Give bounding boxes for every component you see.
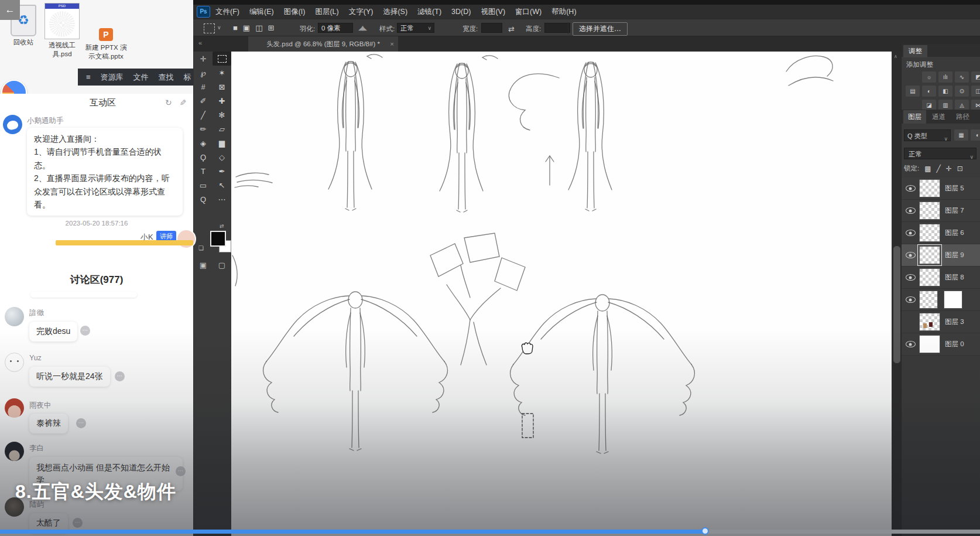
canvas-scrollbar[interactable]: ∧ xyxy=(892,52,901,536)
layer-row[interactable]: 图层 6 xyxy=(902,222,980,244)
photo-filter-icon[interactable]: ⊙ xyxy=(955,86,969,97)
color-balance-icon[interactable]: ◐ xyxy=(922,86,936,97)
slice-tool[interactable]: ⊠ xyxy=(213,80,231,94)
clone-stamp-tool[interactable]: ✻ xyxy=(213,108,231,122)
menu-window[interactable]: 窗口(W) xyxy=(515,7,542,17)
screen-mode-icon[interactable]: ▢ xyxy=(218,261,225,269)
swap-colors-icon[interactable]: ⇄ xyxy=(220,223,224,229)
menu-item-file[interactable]: 文件 xyxy=(133,72,149,83)
visibility-toggle[interactable] xyxy=(902,185,919,192)
pen-tool[interactable]: ✒ xyxy=(213,164,231,178)
visibility-toggle[interactable] xyxy=(902,274,919,281)
vibrance-icon[interactable]: ▤ xyxy=(906,86,920,97)
select-and-mask-button[interactable]: 选择并遮住… xyxy=(573,22,628,36)
quick-mask-icon[interactable]: ▣ xyxy=(200,261,207,269)
menu-item-find[interactable]: 查找 xyxy=(159,72,174,83)
tab-channels[interactable]: 通道 xyxy=(927,110,950,124)
ps-canvas[interactable] xyxy=(231,52,892,536)
menu-item-library[interactable]: 资源库 xyxy=(101,72,124,83)
height-input[interactable] xyxy=(544,23,570,33)
rect-marquee-tool[interactable] xyxy=(213,52,231,66)
layer-row[interactable]: 图层 0 xyxy=(902,333,980,356)
exposure-icon[interactable]: ◩ xyxy=(971,71,980,83)
eraser-tool[interactable]: ▱ xyxy=(213,122,231,136)
healing-brush-tool[interactable]: ✚ xyxy=(213,94,231,108)
black-white-icon[interactable]: ◧ xyxy=(938,86,952,97)
curves-icon[interactable]: ∿ xyxy=(955,71,969,83)
dodge-tool[interactable]: Ϙ xyxy=(194,150,213,164)
blur-tool[interactable]: ◇ xyxy=(213,150,231,164)
tool-preset-icon[interactable] xyxy=(204,23,215,33)
visibility-toggle[interactable] xyxy=(902,252,919,258)
foreground-color-swatch[interactable] xyxy=(210,231,226,247)
tab-adjustments[interactable]: 调整 xyxy=(903,45,927,57)
menu-image[interactable]: 图像(I) xyxy=(284,7,306,17)
scrollbar-thumb[interactable] xyxy=(893,246,900,363)
menu-filter[interactable]: 滤镜(T) xyxy=(417,7,441,17)
menu-view[interactable]: 视图(V) xyxy=(481,7,505,17)
layer-row-with-mask[interactable] xyxy=(902,289,980,311)
gradient-tool[interactable]: ▆ xyxy=(213,136,231,150)
collapse-tabs-icon[interactable]: « xyxy=(198,39,202,46)
brush-tool[interactable]: ╱ xyxy=(194,108,213,122)
layer-filter-kind-dropdown[interactable]: Q 类型 ∨ xyxy=(904,129,951,141)
brightness-contrast-icon[interactable]: ☼ xyxy=(922,71,936,83)
path-select-tool[interactable]: ↖ xyxy=(213,178,231,192)
layer-row[interactable]: 图层 8 xyxy=(902,267,980,289)
message-more-icon[interactable]: ⋯ xyxy=(80,326,90,336)
hamburger-icon[interactable]: ≡ xyxy=(86,73,91,81)
tab-paths[interactable]: 路径 xyxy=(951,110,974,124)
shape-tool[interactable]: ▭ xyxy=(194,178,213,192)
blend-mode-dropdown[interactable]: 正常 ∨ xyxy=(904,148,976,159)
menu-type[interactable]: 文字(Y) xyxy=(349,7,374,17)
visibility-toggle[interactable] xyxy=(902,341,919,347)
magic-wand-tool[interactable]: ✶ xyxy=(213,66,231,80)
tab-layers[interactable]: 图层 xyxy=(903,110,926,124)
lock-paint-icon[interactable]: ╱ xyxy=(937,165,941,173)
menu-select[interactable]: 选择(S) xyxy=(383,7,407,17)
mode-add-selection[interactable]: ▣ xyxy=(243,23,250,32)
feather-input[interactable]: 0 像素 xyxy=(318,23,353,33)
levels-icon[interactable]: ılı xyxy=(938,71,952,83)
layer-row[interactable]: 图层 7 xyxy=(902,200,980,222)
eyedropper-tool[interactable]: ✐ xyxy=(194,94,213,108)
message-more-icon[interactable]: ⋯ xyxy=(176,466,186,476)
crop-tool[interactable]: # xyxy=(194,80,213,94)
anti-alias-icon[interactable]: ◢◣ xyxy=(358,24,366,32)
refresh-icon[interactable]: ↻ xyxy=(165,98,172,107)
lasso-tool[interactable]: ℘ xyxy=(194,66,213,80)
back-button[interactable]: ← xyxy=(0,0,20,20)
layer-row[interactable]: 图层 5 xyxy=(902,177,980,200)
edit-toolbar-icon[interactable]: ⋯ xyxy=(213,192,231,206)
menu-item-tag[interactable]: 标 xyxy=(184,72,191,83)
menu-3d[interactable]: 3D(D) xyxy=(451,8,471,16)
menu-help[interactable]: 帮助(H) xyxy=(551,7,576,17)
desktop-icon-psd[interactable]: PSD 透视线工具.psd xyxy=(41,3,83,59)
chevron-down-icon[interactable]: ∨ xyxy=(217,25,221,30)
channel-mixer-icon[interactable]: ◫ xyxy=(971,86,980,97)
filter-pixel-layers-icon[interactable]: ▦ xyxy=(954,129,968,141)
visibility-toggle[interactable] xyxy=(902,230,919,236)
close-icon[interactable]: × xyxy=(390,36,394,52)
visibility-toggle[interactable] xyxy=(902,296,919,303)
lock-move-icon[interactable]: ✛ xyxy=(946,165,952,173)
visibility-toggle[interactable] xyxy=(902,207,919,214)
style-dropdown[interactable]: 正常 ∨ xyxy=(397,23,434,33)
paint-bucket-tool[interactable]: ◈ xyxy=(194,136,213,150)
mode-intersect-selection[interactable]: ⊞ xyxy=(268,23,274,32)
default-colors-icon[interactable]: ❏ xyxy=(198,245,204,251)
document-tab[interactable]: 头发.psd @ 66.8% (图层 9, RGB/8#) * × xyxy=(248,36,398,52)
scroll-up-icon[interactable]: ∧ xyxy=(894,54,897,59)
pin-icon[interactable]: ✎ xyxy=(178,99,187,106)
message-more-icon[interactable]: ⋯ xyxy=(73,518,83,528)
lock-artboard-icon[interactable]: ⊡ xyxy=(957,165,963,173)
message-more-icon[interactable]: ⋯ xyxy=(76,418,86,428)
menu-layer[interactable]: 图层(L) xyxy=(315,7,338,17)
message-more-icon[interactable]: ⋯ xyxy=(115,371,125,381)
menu-edit[interactable]: 编辑(E) xyxy=(249,7,274,17)
video-seekbar[interactable] xyxy=(0,530,980,534)
menu-file[interactable]: 文件(F) xyxy=(215,7,239,17)
swap-dimensions-icon[interactable]: ⇄ xyxy=(508,25,515,33)
layer-row-selected[interactable]: 图层 9 xyxy=(902,244,980,267)
layer-row-hidden[interactable]: 图层 3 xyxy=(902,311,980,333)
